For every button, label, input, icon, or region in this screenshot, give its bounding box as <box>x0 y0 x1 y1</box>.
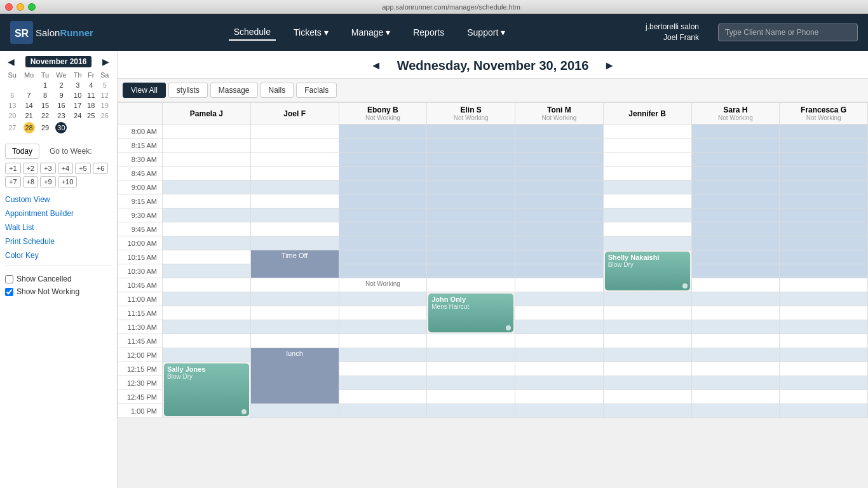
schedule-cell[interactable] <box>250 404 339 418</box>
schedule-cell[interactable] <box>163 222 251 236</box>
schedule-cell[interactable] <box>339 250 427 264</box>
schedule-cell[interactable] <box>163 250 251 264</box>
week-offset-btn[interactable]: +1 <box>5 163 21 174</box>
schedule-cell[interactable] <box>691 278 780 292</box>
week-offset-btn[interactable]: +8 <box>23 176 39 187</box>
calendar-day[interactable]: 30 <box>51 121 71 135</box>
calendar-day[interactable]: 20 <box>5 111 20 121</box>
schedule-cell[interactable] <box>603 125 691 139</box>
schedule-cell[interactable] <box>250 222 339 236</box>
schedule-cell[interactable] <box>691 320 780 334</box>
calendar-day[interactable]: 7 <box>20 90 39 100</box>
schedule-cell[interactable] <box>163 152 251 166</box>
schedule-cell[interactable] <box>603 139 691 152</box>
schedule-cell[interactable] <box>515 139 604 152</box>
schedule-cell[interactable] <box>515 264 604 278</box>
custom-view-link[interactable]: Custom View <box>5 195 112 204</box>
schedule-cell[interactable] <box>163 208 251 222</box>
schedule-cell[interactable] <box>163 320 251 334</box>
schedule-cell[interactable] <box>691 264 780 278</box>
schedule-cell[interactable] <box>780 222 868 236</box>
schedule-cell[interactable] <box>515 180 604 194</box>
calendar-prev-btn[interactable]: ◀ <box>5 57 17 67</box>
schedule-cell[interactable] <box>163 194 251 208</box>
today-button[interactable]: Today <box>5 144 39 159</box>
calendar-day[interactable]: 6 <box>5 90 20 100</box>
schedule-cell[interactable] <box>691 166 780 180</box>
calendar-day[interactable]: 10 <box>71 90 85 100</box>
calendar-day[interactable]: 24 <box>71 111 85 121</box>
schedule-cell[interactable] <box>339 152 427 166</box>
calendar-day[interactable]: 22 <box>39 111 52 121</box>
schedule-cell[interactable] <box>603 292 691 306</box>
schedule-cell[interactable] <box>163 139 251 152</box>
schedule-cell[interactable] <box>163 166 251 180</box>
schedule-cell[interactable] <box>250 139 339 152</box>
schedule-cell[interactable] <box>780 208 868 222</box>
week-offset-btn[interactable]: +10 <box>58 176 78 187</box>
schedule-cell[interactable] <box>691 222 780 236</box>
schedule-cell[interactable] <box>250 292 339 306</box>
schedule-cell[interactable] <box>427 278 515 292</box>
schedule-cell[interactable] <box>603 306 691 320</box>
appointment-block[interactable]: Shelly NakaishiBlow Dry <box>605 252 690 290</box>
schedule-cell[interactable] <box>250 208 339 222</box>
week-offset-btn[interactable]: +3 <box>40 163 56 174</box>
nav-manage[interactable]: Manage ▾ <box>346 25 395 40</box>
wait-list-link[interactable]: Wait List <box>5 223 112 232</box>
schedule-cell[interactable] <box>691 250 780 264</box>
schedule-cell[interactable] <box>603 222 691 236</box>
schedule-cell[interactable] <box>339 166 427 180</box>
schedule-cell[interactable] <box>780 334 868 348</box>
schedule-cell[interactable] <box>163 278 251 292</box>
appointment-resize-handle[interactable] <box>506 325 511 330</box>
mac-close-btn[interactable] <box>5 3 13 11</box>
appointment-resize-handle[interactable] <box>682 283 688 288</box>
schedule-cell[interactable]: Shelly NakaishiBlow Dry <box>603 250 691 292</box>
schedule-cell[interactable] <box>250 194 339 208</box>
week-offset-btn[interactable]: +6 <box>93 163 109 174</box>
schedule-cell[interactable] <box>691 376 780 390</box>
schedule-cell[interactable] <box>427 180 515 194</box>
schedule-cell[interactable] <box>339 194 427 208</box>
schedule-cell[interactable] <box>515 236 604 250</box>
schedule-cell[interactable] <box>515 292 604 306</box>
schedule-cell[interactable] <box>603 194 691 208</box>
week-offset-btn[interactable]: +7 <box>5 176 21 187</box>
schedule-cell[interactable] <box>339 320 427 334</box>
schedule-cell[interactable] <box>603 376 691 390</box>
schedule-cell[interactable] <box>603 152 691 166</box>
nav-schedule[interactable]: Schedule <box>229 24 276 41</box>
schedule-cell[interactable] <box>780 139 868 152</box>
calendar-day[interactable]: 12 <box>97 90 112 100</box>
schedule-cell[interactable] <box>163 334 251 348</box>
schedule-cell[interactable] <box>427 222 515 236</box>
schedule-cell[interactable] <box>250 306 339 320</box>
schedule-cell[interactable] <box>780 264 868 278</box>
tab-view-all[interactable]: View All <box>123 83 166 98</box>
schedule-cell[interactable] <box>339 139 427 152</box>
schedule-cell[interactable] <box>427 152 515 166</box>
tab-stylists[interactable]: stylists <box>168 83 208 98</box>
schedule-cell[interactable] <box>603 180 691 194</box>
schedule-cell[interactable] <box>250 320 339 334</box>
schedule-cell[interactable] <box>691 362 780 376</box>
calendar-day[interactable]: 25 <box>85 111 97 121</box>
schedule-cell[interactable] <box>780 348 868 362</box>
calendar-day[interactable]: 1 <box>39 80 52 90</box>
schedule-cell[interactable] <box>691 348 780 362</box>
schedule-cell[interactable] <box>603 362 691 376</box>
schedule-cell[interactable] <box>427 125 515 139</box>
schedule-cell[interactable] <box>691 139 780 152</box>
calendar-day[interactable]: 26 <box>97 111 112 121</box>
schedule-cell[interactable] <box>339 390 427 404</box>
schedule-cell[interactable] <box>163 292 251 306</box>
calendar-day[interactable]: 18 <box>85 100 97 111</box>
schedule-cell[interactable] <box>250 334 339 348</box>
schedule-cell[interactable] <box>250 166 339 180</box>
schedule-cell[interactable]: John OnlyMens Haircut <box>427 292 515 334</box>
calendar-day[interactable]: 27 <box>5 121 20 135</box>
schedule-cell[interactable] <box>515 348 604 362</box>
schedule-cell[interactable] <box>163 306 251 320</box>
schedule-cell[interactable] <box>427 264 515 278</box>
